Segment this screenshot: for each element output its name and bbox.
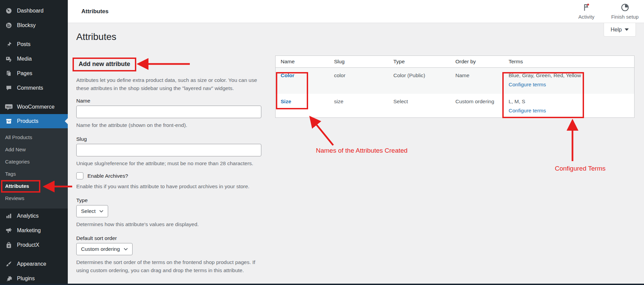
column-header-terms: Terms xyxy=(504,56,635,68)
sidebar-item-label: Blocksy xyxy=(17,22,36,28)
type-cell: Select xyxy=(388,94,450,118)
submenu-item-all-products[interactable]: All Products xyxy=(0,131,68,144)
table-header-row: Name Slug Type Order by Terms xyxy=(276,56,635,68)
help-dropdown-button[interactable]: Help xyxy=(604,23,636,37)
terms-list: L, M, S xyxy=(509,98,629,105)
slug-help-text: Unique slug/reference for the attribute;… xyxy=(76,159,266,168)
annotation-label-configured-terms: Configured Terms xyxy=(555,165,606,172)
sidebar-item-label: Pages xyxy=(17,70,32,76)
type-select[interactable]: Select xyxy=(76,205,108,217)
add-new-attribute-heading: Add new attribute xyxy=(73,58,136,71)
sidebar-item-posts[interactable]: Posts xyxy=(0,37,68,51)
header-breadcrumb: Attributes xyxy=(81,8,108,15)
activity-flag-icon xyxy=(582,3,591,13)
media-icon xyxy=(4,56,13,62)
add-attribute-form: Add new attribute Attributes let you def… xyxy=(76,58,266,275)
order-by-cell: Custom ordering xyxy=(450,94,504,118)
submenu-item-reviews[interactable]: Reviews xyxy=(0,192,68,204)
type-cell: Color (Public) xyxy=(388,68,450,94)
sidebar-item-label: WooCommerce xyxy=(17,104,55,110)
comments-icon xyxy=(4,85,13,91)
attribute-slug-input[interactable] xyxy=(76,144,261,156)
order-by-cell: Name xyxy=(450,68,504,94)
table-row: Color color Color (Public) Name Blue, Gr… xyxy=(276,68,635,94)
submenu-item-categories[interactable]: Categories xyxy=(0,156,68,168)
slug-cell: color xyxy=(329,68,388,94)
attributes-intro-text: Attributes let you define extra product … xyxy=(76,76,266,92)
setup-progress-icon xyxy=(621,3,629,13)
finish-setup-label: Finish setup xyxy=(611,14,639,20)
name-field-label: Name xyxy=(76,98,266,104)
sidebar-item-woocommerce[interactable]: Woo WooCommerce xyxy=(0,100,68,114)
attribute-size-link[interactable]: Size xyxy=(281,98,291,104)
attribute-name-input[interactable] xyxy=(76,106,261,118)
column-header-order-by: Order by xyxy=(450,56,504,68)
enable-archives-label: Enable Archives? xyxy=(87,173,128,179)
sort-order-help-text: Determines the sort order of the terms o… xyxy=(76,258,266,275)
analytics-icon xyxy=(4,213,13,219)
submenu-item-attributes[interactable]: Attributes xyxy=(0,180,68,192)
activity-button[interactable]: Activity xyxy=(575,3,598,20)
chevron-down-icon xyxy=(625,28,629,31)
dashboard-icon xyxy=(4,7,13,14)
submenu-item-tags[interactable]: Tags xyxy=(0,168,68,180)
sidebar-item-label: Comments xyxy=(17,85,43,91)
products-icon xyxy=(4,118,13,125)
arrow-to-attribute-names xyxy=(311,118,333,145)
configure-terms-link[interactable]: Configure terms xyxy=(509,81,546,88)
annotation-label-attribute-names: Names of the Attributes Created xyxy=(316,147,407,154)
pushpin-icon xyxy=(4,41,13,48)
sidebar-item-label: ProductX xyxy=(17,242,39,248)
sidebar-item-label: Appearance xyxy=(17,261,46,267)
shopping-bag-icon xyxy=(4,242,13,248)
sidebar-item-products[interactable]: Products xyxy=(0,114,68,128)
slug-cell: size xyxy=(329,94,388,118)
sidebar-item-label: Dashboard xyxy=(17,8,43,14)
enable-archives-checkbox[interactable] xyxy=(76,172,83,179)
sidebar-item-blocksy[interactable]: Blocksy xyxy=(0,18,68,32)
sort-order-field-label: Default sort order xyxy=(76,235,266,241)
type-help-text: Determines how this attribute's values a… xyxy=(76,220,266,228)
megaphone-icon xyxy=(4,227,13,234)
attribute-color-link[interactable]: Color xyxy=(281,72,294,78)
sidebar-item-label: Products xyxy=(17,118,38,124)
column-header-type: Type xyxy=(388,56,450,68)
sidebar-item-appearance[interactable]: Appearance xyxy=(0,257,68,271)
sidebar-item-plugins[interactable]: Plugins xyxy=(0,271,68,285)
chevron-down-icon xyxy=(124,248,128,250)
products-submenu: All Products Add New Categories Tags Att… xyxy=(0,128,68,209)
finish-setup-button[interactable]: Finish setup xyxy=(611,3,639,20)
type-select-value: Select xyxy=(81,208,96,214)
page-title: Attributes xyxy=(76,31,116,42)
sidebar-item-analytics[interactable]: Analytics xyxy=(0,209,68,223)
chevron-down-icon xyxy=(99,210,103,213)
slug-field-label: Slug xyxy=(76,136,266,142)
woocommerce-icon: Woo xyxy=(4,103,13,111)
paintbrush-icon xyxy=(4,261,13,267)
column-header-slug: Slug xyxy=(329,56,388,68)
sidebar-item-marketing[interactable]: Marketing xyxy=(0,223,68,238)
activity-label: Activity xyxy=(578,14,595,20)
pages-icon xyxy=(4,70,13,77)
sort-order-select-value: Custom ordering xyxy=(81,246,120,252)
default-sort-order-select[interactable]: Custom ordering xyxy=(76,243,133,255)
table-row: Size size Select Custom ordering L, M, S… xyxy=(276,94,635,118)
sidebar-item-comments[interactable]: Comments xyxy=(0,81,68,95)
sidebar-item-label: Plugins xyxy=(17,276,35,282)
admin-sidebar: Dashboard Blocksy Posts Media Pages Comm… xyxy=(0,0,68,285)
name-help-text: Name for the attribute (shown on the fro… xyxy=(76,121,266,129)
sidebar-item-label: Marketing xyxy=(17,227,41,234)
sidebar-item-productx[interactable]: ProductX xyxy=(0,238,68,252)
sidebar-item-dashboard[interactable]: Dashboard xyxy=(0,3,68,18)
blocksy-icon xyxy=(4,22,13,29)
configure-terms-link[interactable]: Configure terms xyxy=(509,107,546,114)
sidebar-item-label: Media xyxy=(17,56,32,62)
sidebar-item-pages[interactable]: Pages xyxy=(0,66,68,81)
sidebar-item-label: Posts xyxy=(17,41,31,47)
sidebar-item-media[interactable]: Media xyxy=(0,51,68,66)
submenu-item-add-new[interactable]: Add New xyxy=(0,144,68,156)
terms-list: Blue, Gray, Green, Red, Yellow xyxy=(509,72,629,79)
svg-text:Woo: Woo xyxy=(6,105,11,108)
wc-admin-header: Attributes Activity Finish setup xyxy=(68,0,644,23)
type-field-label: Type xyxy=(76,197,266,203)
